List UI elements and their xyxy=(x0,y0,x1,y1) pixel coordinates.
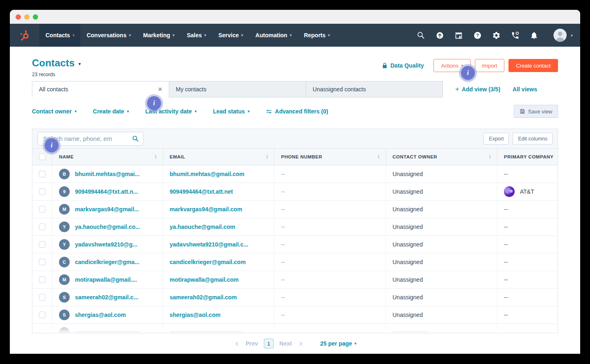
company-value: -- xyxy=(504,224,508,230)
info-badge-create-date[interactable]: i xyxy=(147,96,161,110)
select-all-checkbox[interactable] xyxy=(39,154,45,160)
advanced-filters-button[interactable]: Advanced filters (0) xyxy=(266,108,328,115)
page-number[interactable]: 1 xyxy=(264,339,274,348)
contact-email-link[interactable]: shergias@aol.com xyxy=(170,312,220,318)
search-icon[interactable] xyxy=(417,31,425,40)
chevron-left-icon[interactable]: ‹ xyxy=(234,339,240,348)
create-contact-button[interactable]: Create contact xyxy=(508,59,558,72)
edit-columns-button[interactable]: Edit columns xyxy=(513,133,553,145)
calling-icon[interactable] xyxy=(511,31,520,40)
info-badge-import[interactable]: i xyxy=(461,66,475,80)
filter-contact-owner[interactable]: Contact owner▾ xyxy=(32,108,77,115)
nav-item-contacts[interactable]: Contacts▾ xyxy=(39,24,80,47)
import-button[interactable]: Import xyxy=(475,59,505,72)
notifications-icon[interactable] xyxy=(530,31,538,40)
contact-email-link[interactable]: 9094994464@txt.att.net xyxy=(170,188,233,195)
all-views-button[interactable]: All views xyxy=(513,86,537,93)
owner-value: Unassigned xyxy=(393,276,423,283)
avatar: S xyxy=(59,310,70,320)
contact-email-link[interactable]: bhumit.mehtas@gmail.com xyxy=(170,171,244,177)
next-button[interactable]: Next xyxy=(279,340,292,347)
table-row: C candicelkrieger@gma... candicelkrieger… xyxy=(32,253,558,271)
avatar: Y xyxy=(59,222,70,232)
filter-create-date[interactable]: Create date▾ xyxy=(93,108,129,115)
chevron-down-icon: ▾ xyxy=(172,33,175,37)
contact-email-link[interactable]: yadavshweta9210@gmail.c... xyxy=(170,241,248,248)
chevron-down-icon: ▾ xyxy=(248,109,250,113)
company-value: AT&T xyxy=(520,188,534,195)
export-label: Export xyxy=(489,136,504,142)
window-zoom-button[interactable] xyxy=(33,14,38,20)
avatar xyxy=(59,327,70,333)
row-checkbox[interactable] xyxy=(39,312,45,318)
tab-my-contacts[interactable]: My contacts xyxy=(169,81,306,97)
hubspot-logo-icon[interactable] xyxy=(10,24,39,47)
row-checkbox[interactable] xyxy=(39,329,45,333)
add-view-button[interactable]: + Add view (3/5) xyxy=(455,85,500,93)
row-checkbox[interactable] xyxy=(39,259,45,265)
sort-icon[interactable]: ▲▼ xyxy=(377,154,380,159)
filter-lead-status[interactable]: Lead status▾ xyxy=(213,108,250,115)
column-header-contact-owner[interactable]: CONTACT OWNER ▲▼ xyxy=(386,149,497,165)
sprocket-icon xyxy=(18,29,31,41)
column-header-name[interactable]: NAME ▲▼ xyxy=(52,149,163,165)
contact-name-link[interactable]: sameerah02@gmail.c... xyxy=(75,294,138,301)
close-icon[interactable]: × xyxy=(158,86,162,93)
sort-icon[interactable]: ▲▼ xyxy=(266,154,269,159)
owner-value: Unassigned xyxy=(393,224,423,230)
contact-name-link[interactable]: candicelkrieger@gma... xyxy=(75,259,139,265)
nav-item-reports[interactable]: Reports▾ xyxy=(298,24,336,47)
contact-name-link[interactable]: yadavshweta9210@g... xyxy=(75,241,137,248)
sort-icon[interactable]: ▲▼ xyxy=(154,154,157,159)
chevron-down-icon: ▾ xyxy=(571,33,573,38)
window-close-button[interactable] xyxy=(16,14,21,20)
row-checkbox[interactable] xyxy=(39,294,45,301)
tab-all-contacts[interactable]: All contacts × xyxy=(32,81,169,97)
contact-email-link[interactable]: candicelkrieger@gmail.com xyxy=(170,259,246,265)
contact-email-link[interactable]: ya.haouche@gmail.com xyxy=(170,224,235,230)
row-checkbox[interactable] xyxy=(39,188,45,195)
row-checkbox[interactable] xyxy=(39,206,45,213)
settings-icon[interactable] xyxy=(492,31,501,40)
export-button[interactable]: Export xyxy=(483,133,509,145)
nav-item-automation[interactable]: Automation▾ xyxy=(249,24,297,47)
contact-email-link[interactable]: motirapwalla@gmail.com xyxy=(170,276,238,283)
help-icon[interactable]: ? xyxy=(473,31,482,40)
truncated-text xyxy=(393,331,429,334)
column-header-email[interactable]: EMAIL ▲▼ xyxy=(163,149,274,165)
account-menu[interactable]: ▾ xyxy=(554,29,573,42)
contact-name-link[interactable]: markvargas94@gmail... xyxy=(75,206,139,213)
contact-email-link[interactable]: sameerah02@gmail.com xyxy=(170,294,237,301)
row-checkbox[interactable] xyxy=(39,224,45,230)
prev-button[interactable]: Prev xyxy=(245,340,258,347)
column-header-phone-number[interactable]: PHONE NUMBER ▲▼ xyxy=(274,149,386,165)
chevron-down-icon: ▾ xyxy=(290,33,292,37)
save-view-button[interactable]: Save view xyxy=(514,105,558,118)
window-minimize-button[interactable] xyxy=(24,14,30,20)
nav-item-conversations[interactable]: Conversations▾ xyxy=(80,24,137,47)
nav-item-sales[interactable]: Sales▾ xyxy=(181,24,212,47)
contact-email-link[interactable]: markvargas94@gmail.com xyxy=(170,206,242,213)
row-checkbox[interactable] xyxy=(39,171,45,177)
upload-icon[interactable] xyxy=(436,31,444,40)
sort-icon[interactable]: ▲▼ xyxy=(489,154,492,159)
info-badge-label: i xyxy=(467,69,469,77)
search-icon[interactable] xyxy=(132,135,139,142)
contact-name-link[interactable]: motirapwalla@gmail.... xyxy=(75,276,137,283)
nav-item-marketing[interactable]: Marketing▾ xyxy=(137,24,181,47)
nav-item-service[interactable]: Service▾ xyxy=(212,24,249,47)
row-checkbox[interactable] xyxy=(39,276,45,283)
info-badge-search[interactable]: i xyxy=(45,138,59,152)
contact-name-link[interactable]: shergias@aol.com xyxy=(75,312,126,318)
tab-unassigned-contacts[interactable]: Unassigned contacts xyxy=(306,81,443,97)
contact-name-link[interactable]: ya.haouche@gmail.co... xyxy=(75,224,140,230)
data-quality-link[interactable]: Data Quality xyxy=(382,62,424,69)
chevron-down-icon[interactable]: ▾ xyxy=(78,61,81,67)
marketplace-icon[interactable] xyxy=(454,31,463,40)
per-page-selector[interactable]: 25 per page ▾ xyxy=(320,340,356,347)
row-checkbox[interactable] xyxy=(39,241,45,248)
contact-name-link[interactable]: 9094994464@txt.att.n... xyxy=(75,188,138,195)
column-header-primary-company[interactable]: PRIMARY COMPANY xyxy=(497,149,558,165)
contact-name-link[interactable]: bhumit.mehtas@gmai... xyxy=(75,171,140,177)
chevron-right-icon[interactable]: › xyxy=(297,339,304,348)
